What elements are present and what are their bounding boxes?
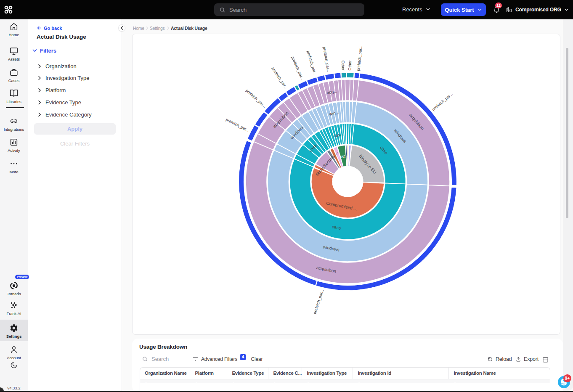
svg-text:prefetch_par...: prefetch_par... (356, 45, 363, 72)
svg-text:prefetch_par...: prefetch_par... (245, 88, 267, 109)
svg-text:prefetch_par...: prefetch_par... (271, 66, 289, 90)
svg-text:Other: Other (341, 61, 346, 71)
svg-text:prefetch_par...: prefetch_par... (322, 47, 331, 73)
svg-text:prefetch_par...: prefetch_par... (431, 92, 454, 111)
svg-text:prefetch_par...: prefetch_par... (290, 56, 305, 81)
svg-text:prefetch_par...: prefetch_par... (225, 117, 250, 132)
svg-text:prefetch_par...: prefetch_par... (306, 50, 318, 76)
svg-text:prefetch_par...: prefetch_par... (312, 289, 324, 315)
svg-text:Other: Other (348, 61, 352, 71)
